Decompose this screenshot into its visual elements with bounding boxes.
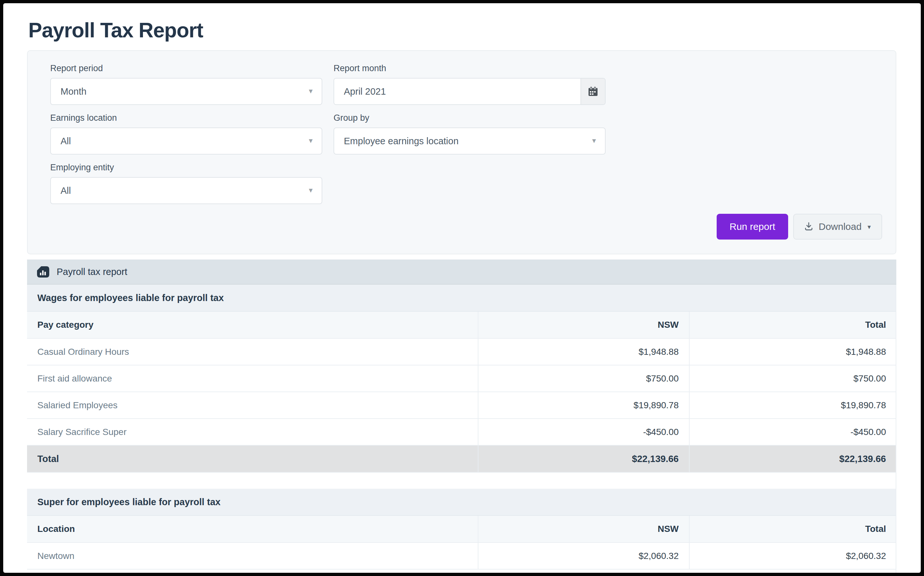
page-title: Payroll Tax Report (28, 18, 896, 43)
row-label-cell: Newtown (27, 543, 478, 569)
group-by-value: Employee earnings location (344, 136, 459, 147)
field-earnings-location: Earnings location All ▼ (50, 113, 322, 155)
clipped-next-row (27, 570, 896, 573)
column-header: Location (27, 516, 478, 542)
group-by-select[interactable]: Employee earnings location ▼ (334, 128, 606, 155)
row-value-cell: $19,890.78 (689, 392, 896, 418)
calendar-icon (587, 86, 599, 97)
field-report-month: Report month (334, 64, 606, 105)
chevron-down-icon: ▼ (307, 88, 314, 95)
report-body: Wages for employees liable for payroll t… (27, 285, 896, 573)
group-by-label: Group by (334, 113, 606, 122)
table-row: Newtown$2,060.32$2,060.32 (27, 543, 896, 570)
download-icon (804, 221, 814, 232)
table-row: First aid allowance$750.00$750.00 (27, 365, 896, 392)
row-value-cell: $2,060.32 (689, 543, 896, 569)
filter-grid-empty-cell (334, 163, 606, 204)
row-label-cell: Salary Sacrifice Super (27, 419, 478, 445)
section-title-row: Super for employees liable for payroll t… (27, 489, 896, 516)
earnings-location-value: All (61, 136, 71, 147)
download-button[interactable]: Download ▼ (793, 214, 882, 240)
row-value-cell: -$450.00 (478, 419, 689, 445)
screenshot-frame: Payroll Tax Report Report period Month ▼… (0, 0, 924, 576)
column-header: NSW (478, 516, 689, 542)
row-value-cell: $19,890.78 (478, 392, 689, 418)
report-period-label: Report period (50, 64, 322, 73)
report-period-value: Month (61, 86, 86, 97)
total-row: Total$22,139.66$22,139.66 (27, 446, 896, 473)
filter-panel: Report period Month ▼ Report month (27, 50, 896, 254)
earnings-location-label: Earnings location (50, 113, 322, 122)
download-button-label: Download (819, 221, 862, 232)
table-row: Casual Ordinary Hours$1,948.88$1,948.88 (27, 339, 896, 365)
calendar-button[interactable] (580, 78, 605, 104)
row-label-cell: First aid allowance (27, 365, 478, 392)
chevron-down-icon: ▼ (866, 224, 872, 230)
chevron-down-icon: ▼ (307, 137, 314, 144)
row-value-cell: $750.00 (689, 365, 896, 392)
bar-chart-report-icon (37, 266, 50, 278)
row-value-cell: -$450.00 (689, 419, 896, 445)
column-header: NSW (478, 312, 689, 338)
report-month-label: Report month (334, 64, 606, 73)
field-group-by: Group by Employee earnings location ▼ (334, 113, 606, 155)
app-viewport: Payroll Tax Report Report period Month ▼… (3, 3, 921, 573)
employing-entity-value: All (61, 186, 71, 196)
employing-entity-select[interactable]: All ▼ (50, 177, 322, 204)
row-label-cell: Salaried Employees (27, 392, 478, 418)
column-header-row: Pay categoryNSWTotal (27, 312, 896, 339)
report-card-title: Payroll tax report (57, 267, 127, 277)
field-report-period: Report period Month ▼ (50, 64, 322, 105)
column-header: Total (689, 516, 896, 542)
column-header: Pay category (27, 312, 478, 338)
report-card: Payroll tax report Wages for employees l… (27, 259, 896, 573)
row-label-cell: Casual Ordinary Hours (27, 339, 478, 365)
total-value-cell: $22,139.66 (478, 446, 689, 472)
report-month-input[interactable] (334, 78, 580, 104)
report-month-input-group (334, 78, 606, 105)
field-employing-entity: Employing entity All ▼ (50, 163, 322, 204)
table-row: Salary Sacrifice Super-$450.00-$450.00 (27, 419, 896, 446)
column-header-row: LocationNSWTotal (27, 516, 896, 543)
row-value-cell: $750.00 (478, 365, 689, 392)
section-title: Super for employees liable for payroll t… (37, 497, 221, 507)
total-label-cell: Total (27, 446, 478, 472)
report-card-header: Payroll tax report (27, 259, 896, 285)
row-value-cell: $1,948.88 (689, 339, 896, 365)
row-value-cell: $1,948.88 (478, 339, 689, 365)
earnings-location-select[interactable]: All ▼ (50, 128, 322, 155)
total-value-cell: $22,139.66 (689, 446, 896, 472)
filter-grid: Report period Month ▼ Report month (50, 64, 882, 204)
chevron-down-icon: ▼ (307, 187, 314, 194)
table-row: Salaried Employees$19,890.78$19,890.78 (27, 392, 896, 419)
employing-entity-label: Employing entity (50, 163, 322, 172)
section-spacer (27, 473, 896, 489)
column-header: Total (689, 312, 896, 338)
report-period-select[interactable]: Month ▼ (50, 78, 322, 105)
row-value-cell: $2,060.32 (478, 543, 689, 569)
section-title-row: Wages for employees liable for payroll t… (27, 285, 896, 312)
section-title: Wages for employees liable for payroll t… (37, 293, 224, 303)
chevron-down-icon: ▼ (591, 137, 597, 144)
run-report-button[interactable]: Run report (717, 214, 788, 240)
filter-actions: Run report Download ▼ (50, 214, 882, 240)
